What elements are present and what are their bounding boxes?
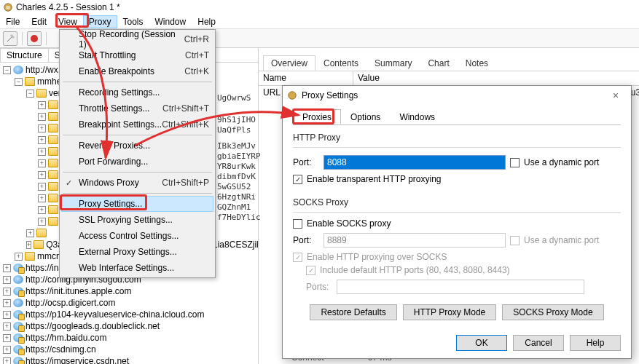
window-titlebar: Charles 4.2.5 - Session 1 * xyxy=(0,0,639,15)
close-button[interactable]: × xyxy=(605,90,627,101)
ports-label: Ports: xyxy=(306,282,332,292)
tab-contents[interactable]: Contents xyxy=(315,55,366,71)
http-over-socks-label: Enable HTTP proxying over SOCKS xyxy=(307,252,447,262)
menu-window[interactable]: Window xyxy=(149,15,192,28)
proxy-menu-dropdown: Stop Recording (Session 1)Ctrl+RStart Th… xyxy=(59,29,216,278)
menu-help[interactable]: Help xyxy=(192,15,222,28)
socks-proxy-title: SOCKS Proxy xyxy=(293,197,621,207)
clear-button[interactable] xyxy=(3,31,17,46)
dynamic-port-label: Use a dynamic port xyxy=(524,157,599,167)
http-port-input[interactable] xyxy=(324,155,506,170)
transparent-checkbox[interactable] xyxy=(293,175,302,184)
menu-item-breakpoint-settings[interactable]: Breakpoint Settings...Ctrl+Shift+K xyxy=(61,116,213,132)
menu-item-web-interface-settings[interactable]: Web Interface Settings... xyxy=(61,260,213,276)
record-icon xyxy=(30,34,39,43)
include-default-label: Include default HTTP ports (80, 443, 808… xyxy=(320,265,510,275)
world-icon xyxy=(13,66,23,74)
col-name[interactable]: Name xyxy=(259,71,353,85)
menu-item-enable-breakpoints[interactable]: Enable BreakpointsCtrl+K xyxy=(61,63,213,79)
socks-proxy-mode-button[interactable]: SOCKS Proxy Mode xyxy=(502,304,603,320)
enable-socks-label: Enable SOCKS proxy xyxy=(307,218,391,229)
port-label: Port: xyxy=(293,157,319,167)
tree-toggle[interactable]: − xyxy=(26,90,34,98)
svg-point-3 xyxy=(31,35,38,42)
menu-view[interactable]: View xyxy=(52,15,83,28)
tab-chart[interactable]: Chart xyxy=(420,55,457,71)
world-lock-icon xyxy=(13,264,23,272)
http-proxy-mode-button[interactable]: HTTP Proxy Mode xyxy=(403,304,496,320)
tab-overview[interactable]: Overview xyxy=(263,55,315,71)
app-icon xyxy=(3,2,13,12)
menu-item-access-control-settings[interactable]: Access Control Settings... xyxy=(61,228,213,244)
dlg-tab-windows[interactable]: Windows xyxy=(390,109,444,124)
folder-icon xyxy=(25,77,35,86)
tab-summary[interactable]: Summary xyxy=(366,55,420,71)
transparent-label: Enable transparent HTTP proxying xyxy=(307,174,442,184)
dynamic-port-checkbox[interactable] xyxy=(510,158,520,167)
ports-input xyxy=(337,280,584,294)
ok-button[interactable]: OK xyxy=(456,335,507,351)
socks-port-label: Port: xyxy=(293,235,319,245)
menu-item-start-throttling[interactable]: Start ThrottlingCtrl+T xyxy=(61,47,213,63)
socks-dynamic-port-checkbox xyxy=(510,236,520,245)
tree-toggle[interactable]: − xyxy=(15,78,23,86)
folder-icon xyxy=(36,89,47,98)
menu-tools[interactable]: Tools xyxy=(117,15,149,28)
enable-socks-checkbox[interactable] xyxy=(293,219,302,229)
help-button[interactable]: Help xyxy=(570,335,621,351)
tab-notes[interactable]: Notes xyxy=(458,55,496,71)
http-over-socks-checkbox xyxy=(293,253,302,262)
window-title: Charles 4.2.5 - Session 1 * xyxy=(16,2,120,12)
menu-edit[interactable]: Edit xyxy=(26,15,52,28)
proxy-settings-dialog: Proxy Settings × Proxies Options Windows… xyxy=(282,85,632,359)
dlg-tab-proxies[interactable]: Proxies xyxy=(293,109,341,124)
menu-item-reverse-proxies[interactable]: Reverse Proxies... xyxy=(61,138,213,154)
record-button[interactable] xyxy=(27,31,42,46)
menu-file[interactable]: File xyxy=(0,15,26,28)
menu-proxy[interactable]: Proxy xyxy=(83,15,117,28)
menu-item-external-proxy-settings[interactable]: External Proxy Settings... xyxy=(61,244,213,260)
svg-rect-1 xyxy=(6,6,9,9)
menu-item-stop-recording-session-1[interactable]: Stop Recording (Session 1)Ctrl+R xyxy=(61,31,213,47)
svg-point-4 xyxy=(289,92,297,100)
menu-item-proxy-settings[interactable]: Proxy Settings... xyxy=(61,196,213,212)
menu-item-windows-proxy[interactable]: ✓Windows ProxyCtrl+Shift+P xyxy=(61,175,213,191)
tab-structure[interactable]: Structure xyxy=(0,48,49,62)
socks-port-input xyxy=(324,233,506,248)
restore-defaults-button[interactable]: Restore Defaults xyxy=(310,304,396,320)
dialog-icon xyxy=(287,90,297,100)
menu-item-throttle-settings[interactable]: Throttle Settings...Ctrl+Shift+T xyxy=(61,100,213,116)
cancel-button[interactable]: Cancel xyxy=(513,335,564,351)
col-value[interactable]: Value xyxy=(353,71,639,85)
menu-item-recording-settings[interactable]: Recording Settings... xyxy=(61,84,213,100)
dlg-tab-options[interactable]: Options xyxy=(341,109,390,124)
include-default-checkbox xyxy=(306,266,315,275)
menu-item-ssl-proxying-settings[interactable]: SSL Proxying Settings... xyxy=(61,212,213,228)
menubar: File Edit View Proxy Tools Window Help xyxy=(0,15,639,29)
http-proxy-title: HTTP Proxy xyxy=(293,132,621,143)
broom-icon xyxy=(6,34,15,43)
menu-item-port-forwarding[interactable]: Port Forwarding... xyxy=(61,154,213,170)
dialog-title: Proxy Settings xyxy=(302,90,358,100)
socks-dynamic-port-label: Use a dynamic port xyxy=(524,235,599,245)
tree-toggle[interactable]: − xyxy=(3,66,11,74)
